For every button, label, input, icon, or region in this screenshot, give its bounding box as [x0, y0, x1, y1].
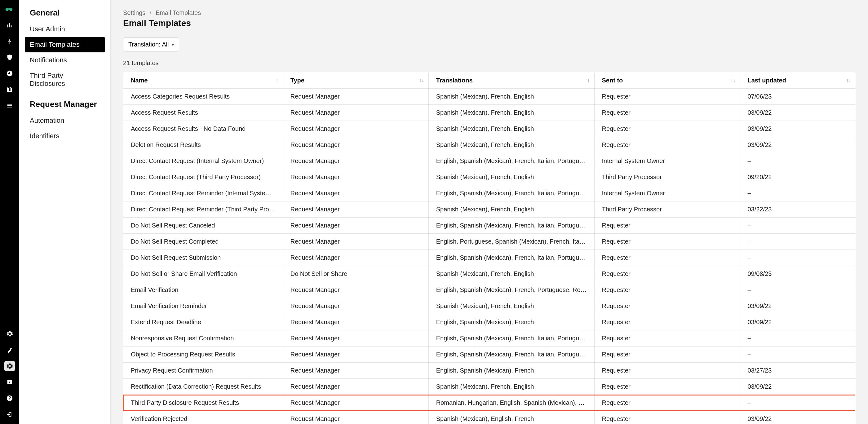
cell-translations: English, Portuguese, Spanish (Mexican), …	[428, 234, 594, 250]
table-row[interactable]: Access Request Results - No Data FoundRe…	[123, 121, 856, 137]
col-header-translations[interactable]: Translations↑↓	[428, 72, 594, 89]
cell-last_updated: 03/09/22	[740, 137, 856, 153]
table-row[interactable]: Do Not Sell Request SubmissionRequest Ma…	[123, 250, 856, 266]
cell-name: Deletion Request Results	[123, 137, 283, 153]
cell-type: Request Manager	[283, 330, 428, 347]
table-row[interactable]: Email Verification ReminderRequest Manag…	[123, 298, 856, 314]
table-row[interactable]: Verification RejectedRequest ManagerSpan…	[123, 411, 856, 424]
cell-last_updated: –	[740, 218, 856, 234]
table-row[interactable]: Rectification (Data Correction) Request …	[123, 379, 856, 395]
sidebar-item-automation[interactable]: Automation	[25, 113, 105, 128]
cell-last_updated: 03/09/22	[740, 411, 856, 424]
nav-logout-icon[interactable]	[4, 409, 15, 420]
table-row[interactable]: Direct Contact Request Reminder (Third P…	[123, 201, 856, 218]
nav-help-icon[interactable]	[4, 393, 15, 403]
nav-analytics-icon[interactable]	[4, 20, 15, 30]
cell-name: Do Not Sell Request Canceled	[123, 218, 283, 234]
cell-type: Request Manager	[283, 347, 428, 363]
translation-filter-button[interactable]: Translation: All ▾	[123, 37, 179, 52]
table-row[interactable]: Third Party Disclosure Request ResultsRe…	[123, 395, 856, 411]
sidebar-item-third-party-disclosures[interactable]: Third Party Disclosures	[25, 68, 105, 91]
col-header-sent-to[interactable]: Sent to↑↓	[594, 72, 740, 89]
cell-name: Privacy Request Confirmation	[123, 363, 283, 379]
main-content: Settings / Email Templates Email Templat…	[111, 0, 868, 424]
cell-last_updated: –	[740, 395, 856, 411]
col-header-name[interactable]: Name↑	[123, 72, 283, 89]
cell-last_updated: 03/09/22	[740, 121, 856, 137]
cell-name: Email Verification	[123, 282, 283, 298]
col-header-type[interactable]: Type↑↓	[283, 72, 428, 89]
nav-wand-icon[interactable]	[4, 345, 15, 355]
cell-translations: Spanish (Mexican), French, English	[428, 137, 594, 153]
table-row[interactable]: Do Not Sell or Share Email VerificationD…	[123, 266, 856, 282]
cell-type: Request Manager	[283, 169, 428, 185]
nav-video-icon[interactable]	[4, 377, 15, 387]
breadcrumb-email-templates[interactable]: Email Templates	[156, 9, 201, 16]
cell-name: Rectification (Data Correction) Request …	[123, 379, 283, 395]
table-row[interactable]: Direct Contact Request (Internal System …	[123, 153, 856, 169]
table-row[interactable]: Email VerificationRequest ManagerEnglish…	[123, 282, 856, 298]
table-row[interactable]: Do Not Sell Request CompletedRequest Man…	[123, 234, 856, 250]
nav-clock-icon[interactable]	[4, 68, 15, 79]
translation-filter-label: Translation: All	[128, 41, 168, 48]
table-row[interactable]: Do Not Sell Request CanceledRequest Mana…	[123, 218, 856, 234]
table-row[interactable]: Object to Processing Request ResultsRequ…	[123, 347, 856, 363]
nav-shield-icon[interactable]	[4, 52, 15, 63]
cell-translations: English, Spanish (Mexican), French	[428, 314, 594, 330]
cell-type: Request Manager	[283, 105, 428, 121]
cell-translations: English, Spanish (Mexican), French	[428, 363, 594, 379]
sidebar-item-email-templates[interactable]: Email Templates	[25, 37, 105, 53]
nav-settings-icon[interactable]	[4, 361, 15, 371]
cell-name: Extend Request Deadline	[123, 314, 283, 330]
infinity-icon	[5, 4, 14, 14]
table-row[interactable]: Direct Contact Request Reminder (Interna…	[123, 185, 856, 201]
sort-icon: ↑↓	[846, 78, 851, 84]
cell-name: Nonresponsive Request Confirmation	[123, 330, 283, 347]
sidebar-item-identifiers[interactable]: Identifiers	[25, 128, 105, 144]
cell-translations: Spanish (Mexican), English, French	[428, 411, 594, 424]
sidebar-item-notifications[interactable]: Notifications	[25, 53, 105, 68]
cell-translations: English, Spanish (Mexican), French, Ital…	[428, 250, 594, 266]
table-row[interactable]: Nonresponsive Request ConfirmationReques…	[123, 330, 856, 347]
table-row[interactable]: Deletion Request ResultsRequest ManagerS…	[123, 137, 856, 153]
col-header-last-updated[interactable]: Last updated↑↓	[740, 72, 856, 89]
cell-translations: English, Spanish (Mexican), French, Ital…	[428, 330, 594, 347]
breadcrumb-sep-icon: /	[150, 9, 152, 16]
cell-name: Third Party Disclosure Request Results	[123, 395, 283, 411]
cell-sent_to: Requester	[594, 330, 740, 347]
nav-list-icon[interactable]	[4, 100, 15, 111]
cell-type: Do Not Sell or Share	[283, 266, 428, 282]
template-count: 21 templates	[123, 60, 856, 67]
table-row[interactable]: Access Categories Request ResultsRequest…	[123, 89, 856, 105]
cell-name: Direct Contact Request Reminder (Third P…	[123, 201, 283, 218]
cell-sent_to: Requester	[594, 347, 740, 363]
cell-sent_to: Requester	[594, 137, 740, 153]
sidebar: General User AdminEmail TemplatesNotific…	[19, 0, 111, 424]
nav-bolt-icon[interactable]	[4, 36, 15, 46]
breadcrumb-settings[interactable]: Settings	[123, 9, 145, 16]
breadcrumb: Settings / Email Templates	[123, 9, 856, 17]
table-row[interactable]: Access Request ResultsRequest ManagerSpa…	[123, 105, 856, 121]
cell-type: Request Manager	[283, 411, 428, 424]
table-row[interactable]: Privacy Request ConfirmationRequest Mana…	[123, 363, 856, 379]
cell-last_updated: 09/08/23	[740, 266, 856, 282]
cell-name: Object to Processing Request Results	[123, 347, 283, 363]
cell-name: Do Not Sell Request Submission	[123, 250, 283, 266]
table-row[interactable]: Extend Request DeadlineRequest ManagerEn…	[123, 314, 856, 330]
cell-type: Request Manager	[283, 153, 428, 169]
cell-translations: English, Spanish (Mexican), French, Port…	[428, 282, 594, 298]
nav-settings-gear-icon[interactable]	[4, 329, 15, 339]
cell-name: Direct Contact Request (Internal System …	[123, 153, 283, 169]
cell-name: Do Not Sell or Share Email Verification	[123, 266, 283, 282]
cell-name: Do Not Sell Request Completed	[123, 234, 283, 250]
table-row[interactable]: Direct Contact Request (Third Party Proc…	[123, 169, 856, 185]
cell-translations: Spanish (Mexican), French, English	[428, 298, 594, 314]
cell-last_updated: 03/22/23	[740, 201, 856, 218]
sort-asc-icon: ↑	[276, 78, 278, 84]
cell-name: Access Request Results - No Data Found	[123, 121, 283, 137]
cell-type: Request Manager	[283, 314, 428, 330]
cell-name: Direct Contact Request Reminder (Interna…	[123, 185, 283, 201]
sidebar-item-user-admin[interactable]: User Admin	[25, 22, 105, 37]
nav-map-icon[interactable]	[4, 84, 15, 95]
cell-last_updated: –	[740, 330, 856, 347]
